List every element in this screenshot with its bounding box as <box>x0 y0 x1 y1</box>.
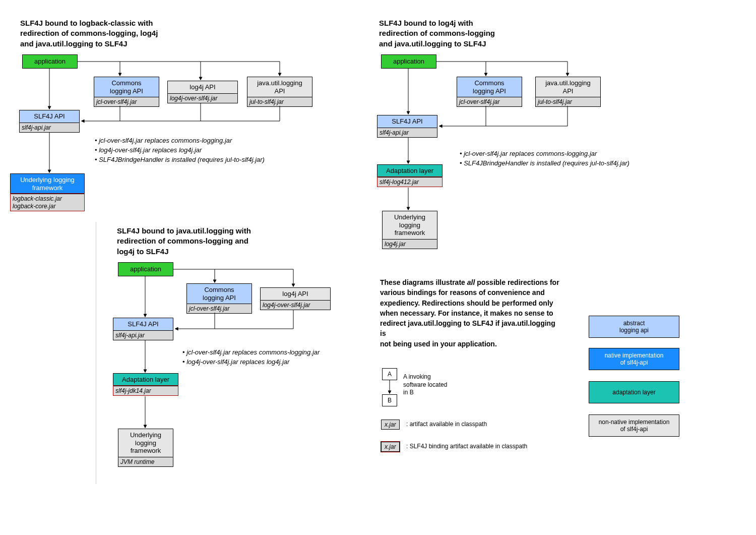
commons-label: Commonslogging API <box>94 77 159 97</box>
legend-jar-red-text: : SLF4J binding artifact available in cl… <box>406 443 527 451</box>
d3-jul-label: java.util.loggingAPI <box>536 77 600 97</box>
d2-slf4j-jar: slf4j-api.jar <box>113 330 173 340</box>
d3-slf4j-label: SLF4J API <box>377 115 437 128</box>
d2-log4j-jar: log4j-over-slf4j.jar <box>261 300 330 310</box>
d3-adapt-jar: slf4j-log412.jar <box>377 177 442 187</box>
d3-title: SLF4J bound to log4j withredirection of … <box>379 18 495 49</box>
d3-slf4j: SLF4J API slf4j-api.jar <box>377 115 437 138</box>
d2-bullets: • jcl-over-slf4j.jar replaces commons-lo… <box>182 348 320 367</box>
d1-slf4j-box: SLF4J API slf4j-api.jar <box>19 110 80 133</box>
d1-bullets: • jcl-over-slf4j.jar replaces commons-lo… <box>95 136 265 165</box>
d2-commons-label: Commonslogging API <box>187 284 251 304</box>
d1-native-box: Underlying loggingframework logback-clas… <box>10 173 85 211</box>
d1-commons-box: Commonslogging API jcl-over-slf4j.jar <box>94 77 159 107</box>
d3-native-label: Underlyingloggingframework <box>383 211 437 239</box>
d3-adapt: Adaptation layer slf4j-log412.jar <box>377 164 443 187</box>
jul-label: java.util.loggingAPI <box>247 77 312 97</box>
d3-adapt-label: Adaptation layer <box>377 165 442 177</box>
d3-application: application <box>381 54 436 69</box>
d3-application-label: application <box>382 55 436 68</box>
d2-adapt: Adaptation layer slf4j-jdk14.jar <box>113 373 178 396</box>
native-label: Underlying loggingframework <box>11 174 84 194</box>
d2-adapt-label: Adaptation layer <box>113 374 178 386</box>
legend-nonnative: non-native implementationof slf4j-api <box>589 414 679 437</box>
legend-A: A <box>382 368 397 380</box>
legend-native: native implementationof slf4j-api <box>589 348 679 370</box>
d2-commons: Commonslogging API jcl-over-slf4j.jar <box>186 283 252 314</box>
d3-native-jar: log4j.jar <box>383 239 437 249</box>
d1-jul-box: java.util.loggingAPI jul-to-slf4j.jar <box>247 77 312 107</box>
slf4j-label: SLF4J API <box>20 110 79 123</box>
page: SLF4J bound to logback-classic withredir… <box>0 0 756 535</box>
d2-divider <box>96 222 96 484</box>
d3-jul-jar: jul-to-slf4j.jar <box>536 97 600 106</box>
d3-jul: java.util.loggingAPI jul-to-slf4j.jar <box>535 77 601 107</box>
d2-log4j-label: log4j API <box>261 288 330 300</box>
d2-slf4j: SLF4J API slf4j-api.jar <box>113 318 173 340</box>
legend-jar: x.jar <box>381 420 400 430</box>
commons-jar: jcl-over-slf4j.jar <box>94 97 159 106</box>
d3-bullets: • jcl-over-slf4j.jar replaces commons-lo… <box>460 149 752 168</box>
d2-native-label: Underlyingloggingframework <box>118 429 173 457</box>
legend-jar-text: : artifact available in classpath <box>406 421 487 429</box>
disclaimer: These diagrams illustrate all possible r… <box>380 277 561 349</box>
d3-commons-label: Commonslogging API <box>457 77 522 97</box>
d2-log4j: log4j API log4j-over-slf4j.jar <box>260 287 331 310</box>
d1-log4j-box: log4j API log4j-over-slf4j.jar <box>167 81 238 103</box>
d2-commons-jar: jcl-over-slf4j.jar <box>187 304 251 313</box>
slf4j-jar: slf4j-api.jar <box>20 123 79 132</box>
legend-adapt: adaptation layer <box>589 381 679 403</box>
legend-ab-text: A invokingsoftware locatedin B <box>403 373 447 397</box>
d3-commons-jar: jcl-over-slf4j.jar <box>457 97 522 106</box>
d2-title: SLF4J bound to java.util.logging withred… <box>117 226 251 257</box>
legend-jar-red: x.jar <box>381 442 400 452</box>
log4j-jar: log4j-over-slf4j.jar <box>168 93 237 103</box>
d2-native: Underlyingloggingframework JVM runtime <box>118 429 173 467</box>
d3-slf4j-jar: slf4j-api.jar <box>377 128 437 137</box>
d2-application-label: application <box>118 263 173 275</box>
legend-abstract: abstractlogging api <box>589 316 679 338</box>
d3-native: Underlyingloggingframework log4j.jar <box>382 211 437 249</box>
legend-B: B <box>382 394 397 406</box>
application-label: application <box>23 55 77 68</box>
log4j-label: log4j API <box>168 81 237 93</box>
d2-native-jar: JVM runtime <box>118 457 173 466</box>
jul-jar: jul-to-slf4j.jar <box>247 97 312 106</box>
d1-title: SLF4J bound to logback-classic withredir… <box>20 18 158 49</box>
d2-application: application <box>118 262 173 276</box>
d3-commons: Commonslogging API jcl-over-slf4j.jar <box>457 77 522 107</box>
d2-slf4j-label: SLF4J API <box>113 318 173 330</box>
d2-adapt-jar: slf4j-jdk14.jar <box>113 386 178 395</box>
d1-application: application <box>22 54 78 69</box>
native-jar: logback-classic.jarlogback-core.jar <box>11 194 84 211</box>
